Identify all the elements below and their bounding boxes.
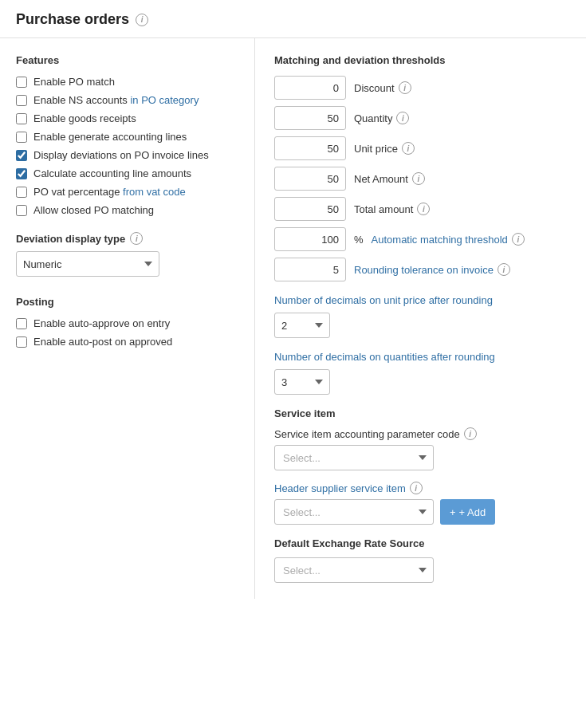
unit-price-decimals-dropdown[interactable]: 1 2 3 4 (274, 313, 330, 338)
checkbox-enable-goods-receipts-label: Enable goods receipts (33, 112, 136, 124)
quantity-decimals-title: Number of decimals on quantities after r… (274, 351, 570, 363)
quantity-decimals-section: Number of decimals on quantities after r… (274, 351, 570, 395)
threshold-total-amount-label: Total amount i (354, 203, 430, 215)
checkbox-calculate-accounting-label: Calculate accounting line amounts (33, 167, 191, 179)
checkbox-display-deviations[interactable]: Display deviations on PO invoice lines (16, 149, 238, 161)
threshold-auto-matching-info-icon[interactable]: i (512, 233, 525, 246)
threshold-auto-matching-row: % Automatic matching threshold i (274, 227, 570, 251)
header-supplier-service-label: Header supplier service item i (274, 482, 570, 494)
checkbox-display-deviations-input[interactable] (16, 150, 27, 161)
features-checkbox-list: Enable PO match Enable NS accounts in PO… (16, 76, 238, 216)
quantity-decimals-dropdown-wrapper: 1 2 3 4 (274, 369, 330, 395)
checkbox-enable-ns-accounts-label: Enable NS accounts in PO category (33, 94, 199, 106)
service-item-section: Service item Service item accounting par… (274, 407, 570, 525)
checkbox-auto-approve-label: Enable auto-approve on entry (33, 317, 170, 329)
threshold-net-amount-info-icon[interactable]: i (412, 172, 425, 185)
header-supplier-service-info-icon[interactable]: i (410, 482, 423, 494)
posting-section-title: Posting (16, 296, 238, 308)
threshold-total-amount-info-icon[interactable]: i (417, 203, 430, 215)
header-supplier-row: Select... + + Add (274, 499, 570, 525)
checkbox-allow-closed-po-label: Allow closed PO matching (33, 204, 154, 216)
checkbox-po-vat-percentage-label: PO vat percentage from vat code (33, 186, 186, 198)
threshold-total-amount-input[interactable] (274, 197, 346, 221)
checkbox-auto-approve-input[interactable] (16, 318, 27, 329)
threshold-auto-matching-input[interactable] (274, 227, 346, 251)
threshold-net-amount-label: Net Amount i (354, 172, 425, 185)
deviation-display-dropdown-wrapper: Numeric Percentage (16, 251, 159, 277)
checkbox-enable-ns-accounts[interactable]: Enable NS accounts in PO category (16, 94, 238, 106)
checkbox-enable-generate-accounting-label: Enable generate accounting lines (33, 131, 187, 143)
threshold-quantity-row: Quantity i (274, 106, 570, 130)
posting-section: Posting Enable auto-approve on entry Ena… (16, 296, 238, 348)
checkbox-enable-goods-receipts[interactable]: Enable goods receipts (16, 112, 238, 124)
left-panel: Features Enable PO match Enable NS accou… (0, 38, 255, 599)
checkbox-po-vat-percentage[interactable]: PO vat percentage from vat code (16, 186, 238, 198)
ns-accounts-link[interactable]: in PO category (130, 94, 199, 106)
unit-price-decimals-dropdown-wrapper: 1 2 3 4 (274, 313, 330, 338)
threshold-unit-price-info-icon[interactable]: i (402, 142, 415, 155)
header-supplier-dropdown[interactable]: Select... (274, 499, 434, 525)
threshold-quantity-label: Quantity i (354, 112, 409, 124)
exchange-rate-dropdown-wrapper: Select... (274, 557, 434, 583)
checkbox-auto-post[interactable]: Enable auto-post on approved (16, 336, 238, 348)
content-area: Features Enable PO match Enable NS accou… (0, 38, 586, 599)
threshold-discount-label: Discount i (354, 81, 411, 94)
exchange-rate-section: Default Exchange Rate Source Select... (274, 537, 570, 583)
threshold-rounding-tolerance-row: Rounding tolerance on invoice i (274, 258, 570, 281)
checkbox-enable-generate-accounting-input[interactable] (16, 132, 27, 143)
checkbox-auto-approve[interactable]: Enable auto-approve on entry (16, 317, 238, 329)
checkbox-allow-closed-po[interactable]: Allow closed PO matching (16, 204, 238, 216)
threshold-auto-matching-label: Automatic matching threshold i (372, 233, 525, 246)
threshold-total-amount-row: Total amount i (274, 197, 570, 221)
service-accounting-param-dropdown[interactable]: Select... (274, 445, 434, 470)
add-button[interactable]: + + Add (440, 499, 495, 525)
threshold-unit-price-input[interactable] (274, 136, 346, 160)
header-supplier-dropdown-wrapper: Select... (274, 499, 434, 525)
add-button-label: + Add (459, 506, 486, 518)
deviation-display-section: Deviation display type i Numeric Percent… (16, 232, 238, 277)
deviation-display-dropdown[interactable]: Numeric Percentage (16, 251, 159, 277)
checkbox-auto-post-input[interactable] (16, 336, 27, 348)
posting-checkbox-list: Enable auto-approve on entry Enable auto… (16, 317, 238, 348)
service-accounting-param-info-icon[interactable]: i (464, 427, 477, 440)
checkbox-enable-po-match-label: Enable PO match (33, 76, 115, 88)
checkbox-calculate-accounting[interactable]: Calculate accounting line amounts (16, 167, 238, 179)
right-panel: Matching and deviation thresholds Discou… (255, 38, 586, 599)
threshold-discount-row: Discount i (274, 76, 570, 100)
checkbox-allow-closed-po-input[interactable] (16, 205, 27, 216)
threshold-quantity-input[interactable] (274, 106, 346, 130)
threshold-rounding-tolerance-info-icon[interactable]: i (498, 263, 510, 276)
checkbox-enable-generate-accounting[interactable]: Enable generate accounting lines (16, 131, 238, 143)
threshold-auto-matching-percent: % (354, 234, 364, 246)
checkbox-auto-post-label: Enable auto-post on approved (33, 336, 172, 348)
vat-code-link[interactable]: from vat code (123, 186, 186, 198)
threshold-unit-price-label: Unit price i (354, 142, 415, 155)
matching-section-title: Matching and deviation thresholds (274, 54, 570, 66)
checkbox-calculate-accounting-input[interactable] (16, 168, 27, 179)
unit-price-decimals-title: Number of decimals on unit price after r… (274, 294, 570, 306)
service-accounting-param-label: Service item accounting parameter code i (274, 427, 570, 440)
page-title-info-icon[interactable]: i (136, 14, 148, 26)
add-button-icon: + (450, 506, 456, 518)
exchange-rate-dropdown[interactable]: Select... (274, 557, 434, 583)
threshold-unit-price-row: Unit price i (274, 136, 570, 160)
deviation-display-info-icon[interactable]: i (130, 232, 143, 245)
quantity-decimals-dropdown[interactable]: 1 2 3 4 (274, 369, 330, 395)
checkbox-enable-goods-receipts-input[interactable] (16, 113, 27, 124)
checkbox-enable-po-match-input[interactable] (16, 77, 27, 88)
threshold-discount-info-icon[interactable]: i (399, 81, 411, 94)
threshold-rounding-tolerance-input[interactable] (274, 258, 346, 281)
threshold-net-amount-row: Net Amount i (274, 167, 570, 191)
threshold-net-amount-input[interactable] (274, 167, 346, 191)
threshold-quantity-info-icon[interactable]: i (396, 112, 409, 124)
deviation-display-title: Deviation display type i (16, 232, 238, 245)
threshold-discount-input[interactable] (274, 76, 346, 100)
checkbox-po-vat-percentage-input[interactable] (16, 187, 27, 198)
checkbox-display-deviations-label: Display deviations on PO invoice lines (33, 149, 209, 161)
checkbox-enable-po-match[interactable]: Enable PO match (16, 76, 238, 88)
checkbox-enable-ns-accounts-input[interactable] (16, 95, 27, 106)
deviation-display-label: Deviation display type (16, 233, 125, 245)
threshold-rounding-tolerance-label: Rounding tolerance on invoice i (354, 263, 510, 276)
page-header: Purchase orders i (0, 0, 586, 38)
features-section-title: Features (16, 54, 238, 66)
